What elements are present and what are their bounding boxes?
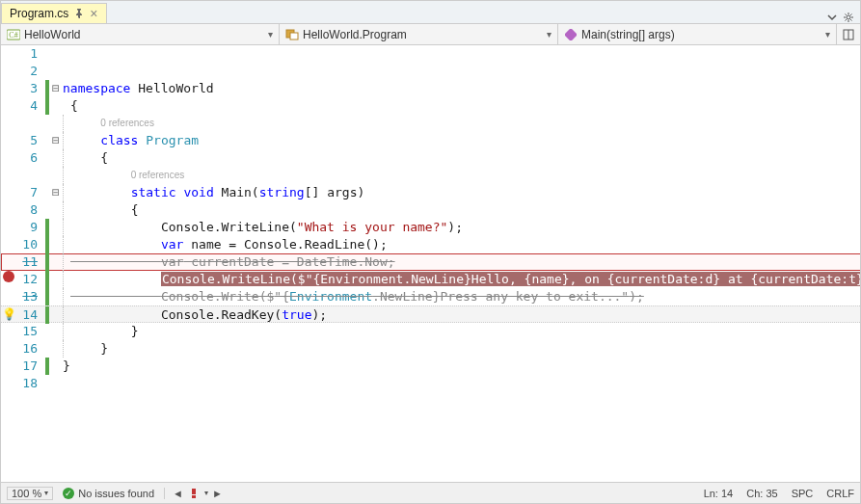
code-line: 1 bbox=[1, 45, 860, 63]
codelens[interactable]: 0 references bbox=[1, 115, 860, 132]
class-icon bbox=[285, 28, 299, 41]
code-line: 15 } bbox=[1, 323, 860, 340]
chevron-down-icon[interactable] bbox=[827, 13, 837, 22]
nav-project-label: HelloWorld bbox=[24, 28, 80, 41]
codelens[interactable]: 0 references bbox=[1, 167, 860, 184]
code-editor[interactable]: 1 2 3⊟ namespace HelloWorld 4 { 0 refere… bbox=[1, 45, 860, 482]
eol-label[interactable]: CRLF bbox=[826, 488, 854, 499]
chevron-down-icon: ▾ bbox=[547, 29, 552, 40]
csharp-icon: C# bbox=[7, 28, 20, 41]
method-icon bbox=[564, 28, 578, 41]
file-tab[interactable]: Program.cs × bbox=[1, 3, 107, 23]
editor-window: Program.cs × C# HelloWorld ▾ bbox=[0, 0, 861, 504]
svg-text:C#: C# bbox=[9, 31, 17, 40]
nav-project[interactable]: C# HelloWorld ▾ bbox=[1, 24, 280, 44]
lightbulb-icon[interactable]: 💡 bbox=[2, 306, 16, 324]
svg-rect-9 bbox=[192, 495, 196, 498]
close-icon[interactable]: × bbox=[90, 7, 97, 20]
code-line: 6 { bbox=[1, 149, 860, 167]
code-line: 10 var name = Console.ReadLine(); bbox=[1, 236, 860, 253]
check-icon: ✓ bbox=[63, 488, 74, 499]
left-arrow-icon[interactable]: ◄ bbox=[173, 488, 183, 499]
chevron-down-icon: ▾ bbox=[825, 29, 830, 40]
code-line: 13 Console.Write($"{Environment.NewLine}… bbox=[1, 288, 860, 305]
code-line: 💡 14 Console.ReadKey(true); bbox=[1, 305, 860, 323]
code-line: 18 bbox=[1, 375, 860, 392]
pin-icon[interactable] bbox=[74, 9, 84, 18]
nav-class-label: HelloWorld.Program bbox=[303, 28, 407, 41]
svg-rect-5 bbox=[565, 29, 577, 40]
svg-rect-8 bbox=[192, 489, 196, 494]
tab-filename: Program.cs bbox=[10, 7, 68, 20]
navigation-bar: C# HelloWorld ▾ HelloWorld.Program ▾ Mai… bbox=[1, 24, 860, 45]
zoom-value: 100 % bbox=[12, 488, 41, 499]
code-line: 3⊟ namespace HelloWorld bbox=[1, 80, 860, 97]
nav-buttons: ◄ ▾ ► bbox=[164, 488, 223, 499]
status-bar: 100 % ▾ ✓ No issues found ◄ ▾ ► Ln: 14 C… bbox=[1, 482, 860, 503]
zoom-level[interactable]: 100 % ▾ bbox=[7, 487, 53, 500]
char-label[interactable]: Ch: 35 bbox=[746, 488, 777, 499]
code-line: 12 Console.WriteLine($"{Environment.NewL… bbox=[1, 271, 860, 288]
error-nav-icon[interactable] bbox=[187, 488, 201, 499]
nav-method-label: Main(string[] args) bbox=[581, 28, 675, 41]
nav-class[interactable]: HelloWorld.Program ▾ bbox=[280, 24, 558, 44]
code-surface[interactable]: 1 2 3⊟ namespace HelloWorld 4 { 0 refere… bbox=[1, 45, 860, 482]
chevron-down-icon: ▾ bbox=[44, 489, 48, 497]
tab-strip: Program.cs × bbox=[1, 1, 860, 24]
tab-strip-tools bbox=[827, 12, 860, 23]
nav-method[interactable]: Main(string[] args) ▾ bbox=[558, 24, 837, 44]
code-line: 17 } bbox=[1, 358, 860, 375]
svg-rect-4 bbox=[290, 33, 298, 40]
code-line: 4 { bbox=[1, 97, 860, 115]
line-label[interactable]: Ln: 14 bbox=[704, 488, 734, 499]
code-line: 7⊟ static void Main(string[] args) bbox=[1, 184, 860, 201]
issues-status[interactable]: ✓ No issues found bbox=[63, 488, 154, 499]
selected-text: Console.WriteLine($"{Environment.NewLine… bbox=[161, 272, 860, 286]
right-arrow-icon[interactable]: ► bbox=[212, 488, 223, 499]
code-line: 2 bbox=[1, 63, 860, 80]
gear-icon[interactable] bbox=[843, 12, 854, 23]
code-line: 5⊟ class Program bbox=[1, 132, 860, 149]
split-button[interactable] bbox=[837, 24, 860, 44]
indent-label[interactable]: SPC bbox=[792, 488, 814, 499]
breakpoint-icon[interactable] bbox=[3, 271, 14, 282]
svg-point-0 bbox=[847, 15, 850, 19]
code-line: 9 Console.WriteLine("What is your name?"… bbox=[1, 219, 860, 236]
issues-label: No issues found bbox=[78, 488, 154, 499]
code-line: 16 } bbox=[1, 340, 860, 358]
code-line: 11 var currentDate = DateTime.Now; bbox=[1, 253, 860, 271]
code-line: 8 { bbox=[1, 201, 860, 219]
chevron-down-icon: ▾ bbox=[268, 29, 273, 40]
